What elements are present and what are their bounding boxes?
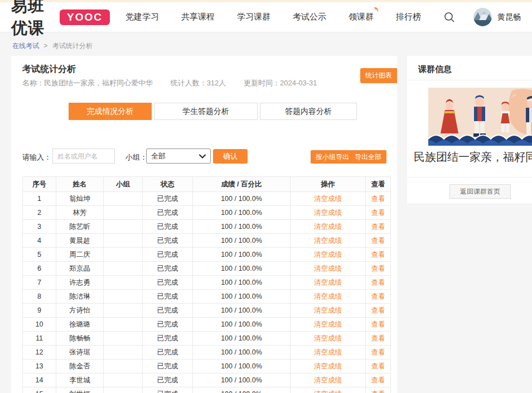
signal-icon bbox=[374, 6, 381, 16]
update-time: 2024-03-31 bbox=[280, 79, 317, 87]
row-index: 3 bbox=[23, 220, 56, 234]
clear-score-link[interactable]: 清空成绩 bbox=[291, 332, 366, 346]
group-cell bbox=[104, 262, 143, 276]
back-to-course-home-button[interactable]: 返回课群首页 bbox=[449, 184, 511, 199]
clear-score-link[interactable]: 清空成绩 bbox=[291, 276, 366, 290]
nav-item-rankings[interactable]: 排行榜 bbox=[396, 7, 421, 27]
view-link[interactable]: 查看 bbox=[366, 373, 391, 387]
group-cell bbox=[104, 192, 143, 206]
course-group-info-title: 课群信息 bbox=[418, 64, 452, 75]
group-cell bbox=[104, 220, 143, 234]
tab-student-answer-analysis[interactable]: 学生答题分析 bbox=[154, 103, 258, 120]
view-link[interactable]: 查看 bbox=[366, 276, 391, 290]
status-cell: 已完成 bbox=[143, 192, 193, 206]
clear-score-link[interactable]: 清空成绩 bbox=[291, 220, 366, 234]
breadcrumb-online-exam[interactable]: 在线考试 bbox=[12, 42, 39, 50]
clear-score-link[interactable]: 清空成绩 bbox=[291, 290, 366, 304]
row-index: 13 bbox=[23, 360, 56, 373]
site-logo[interactable]: 易班优课 YOOC bbox=[11, 0, 110, 40]
tab-answer-content-analysis[interactable]: 答题内容分析 bbox=[260, 103, 357, 120]
student-name: 刘世恒 bbox=[56, 387, 104, 393]
table-row: 12张诗琚已完成100 / 100.0%清空成绩查看 bbox=[23, 346, 391, 360]
nav-item-shared-courses[interactable]: 共享课程 bbox=[181, 7, 215, 27]
group-cell bbox=[104, 290, 143, 304]
clear-score-link[interactable]: 清空成绩 bbox=[291, 234, 366, 248]
group-select-value: 全部 bbox=[151, 151, 166, 161]
course-group-name[interactable]: 民族团结一家亲，福籽同心爱中华 bbox=[414, 150, 532, 165]
score-cell: 100 / 100.0% bbox=[193, 332, 291, 346]
status-cell: 已完成 bbox=[143, 318, 193, 332]
export-all-button[interactable]: 导出全部 bbox=[350, 150, 386, 164]
clear-score-link[interactable]: 清空成绩 bbox=[291, 360, 366, 373]
score-cell: 100 / 100.0% bbox=[193, 304, 291, 318]
view-link[interactable]: 查看 bbox=[366, 248, 391, 262]
nav-item-learning-groups[interactable]: 学习课群 bbox=[237, 7, 270, 27]
student-name: 翁灿坤 bbox=[56, 192, 104, 206]
group-select[interactable]: 全部 bbox=[146, 148, 211, 164]
view-link[interactable]: 查看 bbox=[366, 318, 391, 332]
results-table-body: 1翁灿坤已完成100 / 100.0%清空成绩查看2林芳已完成100 / 100… bbox=[23, 192, 391, 393]
view-link[interactable]: 查看 bbox=[366, 234, 391, 248]
row-index: 5 bbox=[23, 248, 56, 262]
clear-score-link[interactable]: 清空成绩 bbox=[291, 304, 366, 318]
search-icon[interactable] bbox=[443, 11, 456, 23]
group-cell bbox=[104, 360, 143, 373]
score-cell: 100 / 100.0% bbox=[193, 192, 291, 206]
nav-item-exam-announcements[interactable]: 考试公示 bbox=[293, 7, 326, 27]
view-link[interactable]: 查看 bbox=[366, 290, 391, 304]
export-by-group-button[interactable]: 按小组导出 bbox=[311, 150, 354, 164]
clear-score-link[interactable]: 清空成绩 bbox=[291, 248, 366, 262]
view-link[interactable]: 查看 bbox=[366, 206, 391, 220]
nav-item-get-course-group[interactable]: 领课群 bbox=[349, 7, 374, 27]
table-row: 14李世城已完成100 / 100.0%清空成绩查看 bbox=[23, 373, 391, 387]
nav-item-party-learning[interactable]: 党建学习 bbox=[125, 7, 159, 27]
clear-score-link[interactable]: 清空成绩 bbox=[291, 373, 366, 387]
view-link[interactable]: 查看 bbox=[366, 220, 391, 234]
clear-score-link[interactable]: 清空成绩 bbox=[291, 262, 366, 276]
status-cell: 已完成 bbox=[143, 220, 193, 234]
username[interactable]: 黄昆畅 bbox=[497, 12, 521, 22]
clear-score-link[interactable]: 清空成绩 bbox=[291, 192, 366, 206]
view-link[interactable]: 查看 bbox=[366, 304, 391, 318]
score-cell: 100 / 100.0% bbox=[193, 262, 291, 276]
score-cell: 100 / 100.0% bbox=[193, 360, 291, 373]
clear-score-link[interactable]: 清空成绩 bbox=[291, 318, 366, 332]
student-name: 李世城 bbox=[56, 373, 104, 387]
stats-chart-button[interactable]: 统计图表 bbox=[360, 68, 397, 83]
col-header-status: 状态 bbox=[143, 177, 193, 192]
student-name: 林芳 bbox=[56, 206, 104, 220]
view-link[interactable]: 查看 bbox=[366, 192, 391, 206]
table-header-row: 序号 姓名 小组 状态 成绩 / 百分比 操作 查看 bbox=[23, 177, 391, 192]
student-name: 陈畅畅 bbox=[56, 332, 104, 346]
score-cell: 100 / 100.0% bbox=[193, 234, 291, 248]
clear-score-link[interactable]: 清空成绩 bbox=[291, 346, 366, 360]
logo-text: 易班优课 bbox=[11, 0, 55, 40]
table-row: 8陈洁琳已完成100 / 100.0%清空成绩查看 bbox=[23, 290, 391, 304]
tab-completion-analysis[interactable]: 完成情况分析 bbox=[69, 103, 152, 120]
user-avatar[interactable] bbox=[473, 8, 492, 26]
student-name: 徐璐璐 bbox=[56, 318, 104, 332]
course-cover-image[interactable] bbox=[428, 88, 532, 146]
clear-score-link[interactable]: 清空成绩 bbox=[291, 387, 366, 393]
main-nav: 党建学习 共享课程 学习课群 考试公示 领课群 排行榜 bbox=[125, 7, 443, 27]
status-cell: 已完成 bbox=[143, 387, 193, 393]
col-header-group: 小组 bbox=[104, 177, 143, 192]
confirm-button[interactable]: 确认 bbox=[213, 149, 248, 164]
score-cell: 100 / 100.0% bbox=[193, 206, 291, 220]
student-name: 陈艺昕 bbox=[56, 220, 104, 234]
name-search-input[interactable] bbox=[52, 148, 115, 164]
group-cell bbox=[104, 234, 143, 248]
clear-score-link[interactable]: 清空成绩 bbox=[291, 206, 366, 220]
view-link[interactable]: 查看 bbox=[366, 262, 391, 276]
view-link[interactable]: 查看 bbox=[366, 360, 391, 373]
view-link[interactable]: 查看 bbox=[366, 346, 391, 360]
view-link[interactable]: 查看 bbox=[366, 387, 391, 393]
row-index: 9 bbox=[23, 304, 56, 318]
input-label: 请输入： bbox=[22, 152, 51, 162]
group-cell bbox=[104, 387, 143, 393]
page-title: 考试统计分析 bbox=[22, 64, 76, 75]
breadcrumb-separator: > bbox=[43, 42, 47, 50]
student-name: 郑京晶 bbox=[56, 262, 104, 276]
row-index: 14 bbox=[23, 373, 56, 387]
view-link[interactable]: 查看 bbox=[366, 332, 391, 346]
